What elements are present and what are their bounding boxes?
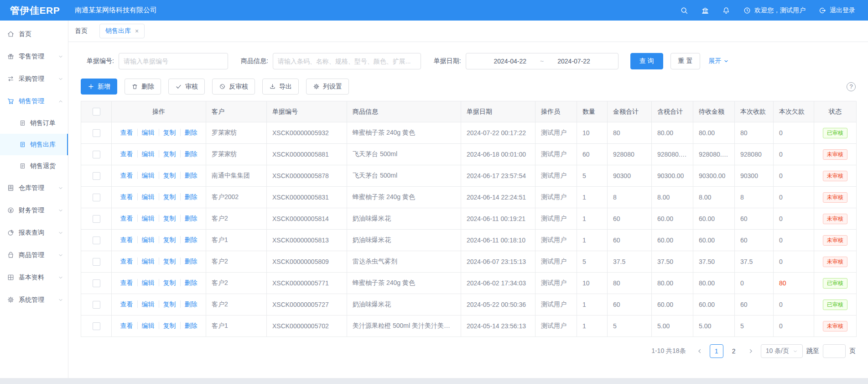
view-link[interactable]: 查看 (120, 279, 133, 286)
sidebar-item-report[interactable]: 报表查询 (0, 221, 68, 244)
copy-link[interactable]: 复制 (159, 215, 176, 222)
jump-input[interactable] (823, 344, 846, 358)
expand-link[interactable]: 展开 (708, 57, 729, 65)
view-link[interactable]: 查看 (120, 150, 133, 158)
row-checkbox[interactable] (93, 301, 100, 309)
edit-link[interactable]: 编辑 (137, 258, 155, 265)
logout-button[interactable]: 退出登录 (818, 6, 855, 15)
chevron-down-icon (58, 76, 63, 82)
copy-link[interactable]: 复制 (159, 236, 176, 243)
reset-button[interactable]: 重 置 (670, 53, 701, 69)
page-number-2[interactable]: 2 (727, 344, 741, 358)
delete-link[interactable]: 删除 (180, 193, 198, 200)
copy-link[interactable]: 复制 (159, 129, 176, 136)
close-icon[interactable]: × (135, 28, 139, 34)
view-link[interactable]: 查看 (120, 215, 133, 222)
sidebar-item-finance[interactable]: 财务管理 (0, 199, 68, 221)
view-link[interactable]: 查看 (120, 129, 133, 136)
date-from[interactable]: 2024-04-22 (494, 58, 526, 65)
cell-customer: 客户1 (206, 230, 267, 251)
delete-link[interactable]: 删除 (180, 322, 198, 329)
edit-link[interactable]: 编辑 (137, 215, 155, 222)
row-checkbox[interactable] (93, 215, 100, 223)
search-icon[interactable] (680, 6, 688, 15)
doc-no-input[interactable] (119, 53, 228, 69)
sidebar-item-basic[interactable]: 基本资料 (0, 266, 68, 289)
purchase-icon (7, 75, 15, 83)
row-checkbox[interactable] (93, 322, 100, 330)
row-checkbox[interactable] (93, 279, 100, 287)
edit-link[interactable]: 编辑 (137, 150, 155, 158)
delete-link[interactable]: 删除 (180, 150, 198, 158)
welcome-user[interactable]: 欢迎您，测试用户 (743, 6, 806, 15)
cell-status: 未审核 (814, 208, 857, 230)
product-info-input[interactable] (273, 53, 421, 69)
audit-button[interactable]: 审核 (168, 79, 205, 95)
view-link[interactable]: 查看 (120, 172, 133, 179)
delete-link[interactable]: 删除 (180, 215, 198, 222)
view-link[interactable]: 查看 (120, 258, 133, 265)
edit-link[interactable]: 编辑 (137, 193, 155, 200)
edit-link[interactable]: 编辑 (137, 172, 155, 179)
view-link[interactable]: 查看 (120, 322, 133, 329)
row-checkbox[interactable] (93, 258, 100, 266)
row-checkbox[interactable] (93, 194, 100, 201)
tab-home[interactable]: 首页 (75, 27, 88, 35)
delete-link[interactable]: 删除 (180, 172, 198, 179)
edit-link[interactable]: 编辑 (137, 300, 155, 308)
delete-link[interactable]: 删除 (180, 258, 198, 265)
table-row: 查看编辑复制删除南通中集集团XSCK00000005878飞天茅台 500ml2… (81, 165, 857, 187)
delete-link[interactable]: 删除 (180, 279, 198, 286)
view-link[interactable]: 查看 (120, 300, 133, 308)
tab-sales-outbound[interactable]: 销售出库 × (99, 24, 145, 38)
sidebar-item-home[interactable]: 首页 (0, 23, 68, 45)
row-checkbox[interactable] (93, 129, 100, 137)
edit-link[interactable]: 编辑 (137, 129, 155, 136)
bank-icon[interactable] (701, 6, 709, 15)
edit-link[interactable]: 编辑 (137, 236, 155, 243)
view-link[interactable]: 查看 (120, 193, 133, 200)
delete-link[interactable]: 删除 (180, 236, 198, 243)
column-settings-button[interactable]: 列设置 (306, 79, 349, 95)
copy-link[interactable]: 复制 (159, 300, 176, 308)
date-to[interactable]: 2024-07-22 (557, 58, 590, 65)
row-checkbox[interactable] (93, 172, 100, 180)
sidebar-item-sales-return[interactable]: 销售退货 (0, 155, 68, 177)
help-icon[interactable]: ? (847, 82, 856, 91)
copy-link[interactable]: 复制 (159, 172, 176, 179)
page-number-1[interactable]: 1 (710, 344, 723, 358)
expand-label: 展开 (708, 57, 721, 65)
delete-button[interactable]: 删除 (125, 79, 161, 95)
next-page-icon[interactable] (744, 345, 757, 358)
search-button[interactable]: 查 询 (630, 53, 663, 69)
copy-link[interactable]: 复制 (159, 193, 176, 200)
sidebar-item-sales-order[interactable]: 销售订单 (0, 112, 68, 134)
row-checkbox[interactable] (93, 237, 100, 244)
prev-page-icon[interactable] (693, 345, 706, 358)
select-all-checkbox[interactable] (93, 108, 100, 116)
sidebar-item-retail[interactable]: 零售管理 (0, 45, 68, 68)
bell-icon[interactable] (722, 6, 730, 15)
sidebar-item-sales[interactable]: 销售管理 (0, 90, 68, 112)
unaudit-button[interactable]: 反审核 (212, 79, 255, 95)
copy-link[interactable]: 复制 (159, 322, 176, 329)
export-button[interactable]: 导出 (262, 79, 299, 95)
sidebar-item-sales-outbound[interactable]: 销售出库 (0, 134, 68, 155)
copy-link[interactable]: 复制 (159, 258, 176, 265)
sidebar-item-label: 报表查询 (19, 229, 58, 237)
sidebar-item-purchase[interactable]: 采购管理 (0, 68, 68, 90)
edit-link[interactable]: 编辑 (137, 322, 155, 329)
copy-link[interactable]: 复制 (159, 150, 176, 158)
row-checkbox[interactable] (93, 151, 100, 158)
page-size-select[interactable]: 10 条/页 (761, 344, 803, 358)
sidebar-item-system[interactable]: 系统管理 (0, 289, 68, 311)
copy-link[interactable]: 复制 (159, 279, 176, 286)
date-range-picker[interactable]: 2024-04-22 ~ 2024-07-22 (466, 53, 619, 69)
delete-link[interactable]: 删除 (180, 129, 198, 136)
add-button[interactable]: 新增 (81, 79, 117, 95)
sidebar-item-goods[interactable]: 商品管理 (0, 244, 68, 266)
delete-link[interactable]: 删除 (180, 300, 198, 308)
sidebar-item-warehouse[interactable]: 仓库管理 (0, 177, 68, 199)
edit-link[interactable]: 编辑 (137, 279, 155, 286)
view-link[interactable]: 查看 (120, 236, 133, 243)
